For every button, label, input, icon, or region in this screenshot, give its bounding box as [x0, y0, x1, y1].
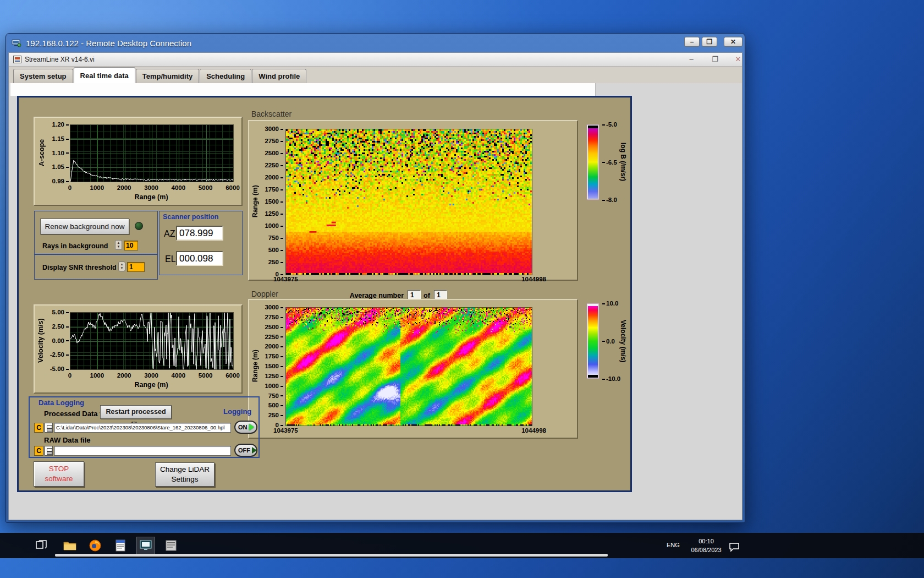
processed-path-field[interactable]: C:\Lidar\Data\Proc\2023\202308\20230806\…	[54, 423, 231, 433]
ascope-plot	[70, 124, 234, 182]
restart-processed-file-button[interactable]: Restart processed file	[100, 405, 172, 419]
snr-spinner[interactable]: ▲▼	[118, 261, 125, 271]
rdp-close-button[interactable]: ✕	[724, 37, 743, 47]
tick-label: 2500	[265, 150, 283, 156]
velocity-graph-panel: Velocity (m/s) 5.002.500.00-2.50-5.00 01…	[34, 304, 243, 394]
el-value: 000.098	[176, 251, 223, 266]
app-minimize-button[interactable]: –	[684, 55, 698, 63]
app-icon	[13, 56, 21, 63]
doppler-plot	[285, 307, 532, 426]
tick-label: 6000	[226, 184, 240, 191]
tick-label: 0.99	[52, 178, 69, 184]
rays-spinner[interactable]: ▲▼	[115, 240, 122, 250]
doppler-colorbar-bottom-cap	[588, 375, 598, 378]
tab-temp-humidity[interactable]: Temp/humidity	[136, 69, 199, 83]
remote-desktop-app-button[interactable]	[136, 537, 155, 554]
backscatter-title: Backscatter	[251, 110, 292, 118]
backscatter-x-end: 1044998	[497, 276, 546, 282]
tick-label: 1250	[265, 210, 283, 217]
tick-label: 1000	[90, 184, 105, 191]
tick-label: 2750	[265, 138, 283, 144]
raw-toggle-label: OFF	[238, 447, 250, 454]
backscatter-y-ticks: 3000275025002250200017501500125010007505…	[259, 129, 283, 274]
taskbar-clock[interactable]: 00:10 06/08/2023	[685, 537, 727, 555]
app-close-button[interactable]: ✕	[731, 55, 745, 63]
firefox-button[interactable]	[86, 537, 105, 554]
tick-label: 5.00	[52, 309, 69, 315]
tick-label: 500	[268, 247, 283, 253]
az-label: AZ	[164, 229, 175, 239]
backscatter-y-axis-title: Range (m)	[251, 129, 259, 274]
desktop: 192.168.0.122 - Remote Desktop Connectio…	[0, 0, 924, 578]
backscatter-colorbar	[587, 124, 599, 200]
tick-label: -8.0	[602, 197, 617, 203]
az-value: 078.999	[176, 226, 223, 241]
task-view-button[interactable]	[32, 537, 51, 554]
doppler-y-ticks: 3000275025002250200017501500125010007505…	[259, 307, 283, 425]
doppler-colorbar-gradient	[588, 304, 598, 378]
action-center-button[interactable]	[725, 538, 744, 556]
tick-label: 1500	[265, 363, 283, 369]
rdp-titlebar[interactable]: 192.168.0.122 - Remote Desktop Connectio…	[6, 34, 745, 52]
front-panel: A-scope 1.201.151.101.050.99 01000200030…	[17, 96, 632, 492]
rays-in-background-label: Rays in background	[42, 242, 108, 250]
tick-label: 4000	[172, 184, 186, 191]
background-controls-box: Renew background now Rays in background …	[34, 211, 158, 254]
raw-path-field[interactable]	[54, 446, 231, 456]
raw-file-browse-icon[interactable]	[45, 446, 53, 456]
tick-label: 2250	[265, 334, 283, 340]
tick-label: 2000	[117, 372, 131, 379]
stop-software-line1: STOP	[34, 464, 84, 474]
app-titlebar[interactable]: StreamLine XR v14-6.vi	[9, 53, 742, 67]
rdp-minimize-button[interactable]: –	[684, 37, 700, 47]
file-explorer-button[interactable]	[61, 537, 79, 554]
tick-label: -2.50	[50, 351, 69, 358]
renew-background-button[interactable]: Renew background now	[40, 219, 129, 235]
backscatter-plot	[285, 129, 532, 275]
velocity-x-ticks: 0100020003000400050006000	[70, 372, 233, 380]
velocity-y-ticks: 5.002.500.00-2.50-5.00	[43, 312, 69, 369]
processed-file-browse-icon[interactable]	[45, 423, 53, 433]
tick-label: 3000	[144, 184, 158, 191]
stop-software-button[interactable]: STOP software	[34, 461, 84, 487]
raw-data-file-label: RAW Data file	[44, 436, 91, 444]
backscatter-colorbar-unit: log B (/m/sr)	[619, 122, 627, 202]
raw-logging-toggle[interactable]: OFF	[234, 444, 257, 457]
snr-threshold-box: Display SNR threshold ▲▼ 1	[34, 254, 158, 280]
hidden-window-edge[interactable]	[55, 554, 608, 557]
tick-label: 10.0	[602, 300, 618, 307]
processed-logging-toggle[interactable]: ON	[234, 421, 257, 434]
rdp-title: 192.168.0.122 - Remote Desktop Connectio…	[26, 39, 191, 48]
tick-label: 0.0	[602, 338, 615, 345]
processed-toggle-label: ON	[238, 424, 248, 430]
rdp-window: 192.168.0.122 - Remote Desktop Connectio…	[6, 33, 745, 523]
doppler-title: Doppler	[251, 290, 278, 298]
tab-scheduling[interactable]: Scheduling	[200, 69, 251, 83]
document-app-button[interactable]	[111, 537, 130, 554]
doppler-x-start: 1043975	[273, 427, 298, 434]
tick-label: 6000	[226, 372, 240, 379]
processed-drive-selector[interactable]: C	[34, 423, 43, 433]
tab-content-strip	[10, 83, 596, 96]
tick-label: 250	[268, 259, 283, 265]
tab-system-setup[interactable]: System setup	[13, 69, 73, 83]
velocity-x-axis-title: Range (m)	[70, 381, 233, 389]
rays-value-field[interactable]: 10	[124, 241, 138, 250]
velocity-plot	[70, 312, 234, 370]
scan-scheduler-icon	[165, 539, 177, 552]
tick-label: 2750	[265, 314, 283, 320]
app-restore-button[interactable]: ❐	[708, 55, 722, 63]
snr-value-field[interactable]: 1	[127, 262, 145, 272]
tab-wind-profile[interactable]: Wind profile	[252, 69, 306, 83]
tick-label: 1000	[90, 372, 105, 379]
rdp-maximize-button[interactable]: ❐	[702, 37, 717, 47]
raw-drive-selector[interactable]: C	[34, 446, 43, 456]
tick-label: 1.20	[52, 121, 69, 128]
tick-label: 3000	[265, 304, 283, 310]
change-lidar-settings-button[interactable]: Change LiDAR Settings	[155, 462, 215, 487]
language-indicator[interactable]: ENG	[667, 542, 680, 548]
scan-scheduler-button[interactable]	[162, 537, 180, 554]
tick-label: 0.00	[52, 337, 69, 344]
tab-real-time-data[interactable]: Real time data	[74, 67, 135, 83]
tick-label: 5000	[199, 184, 213, 191]
